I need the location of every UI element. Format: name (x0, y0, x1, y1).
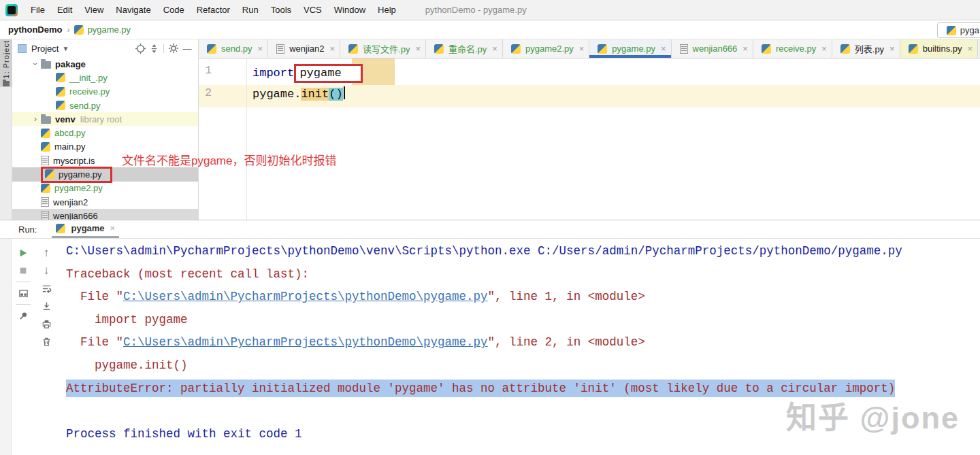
tree-item-pygame2.py[interactable]: pygame2.py (12, 182, 198, 195)
tree-item-label: __init_.py (69, 73, 108, 83)
chevron-right-icon: › (67, 25, 69, 35)
editor-tab-pygame2.py[interactable]: pygame2.py× (503, 39, 589, 58)
editor-tab-wenjian666[interactable]: wenjian666× (672, 39, 753, 58)
console-line: File "C:\Users\admin\PycharmProjects\pyt… (66, 331, 980, 354)
chevron-down-icon[interactable]: › (31, 58, 40, 69)
run-tab-pygame[interactable]: pygame × (52, 220, 119, 238)
window-title: pythonDemo - pygame.py (425, 5, 527, 15)
scroll-to-end-icon[interactable] (37, 297, 55, 315)
console-text: ", line 1, in <module> (488, 290, 645, 303)
close-icon[interactable]: × (821, 44, 827, 54)
print-icon[interactable] (37, 315, 55, 333)
close-icon[interactable]: × (329, 44, 335, 54)
project-panel-title[interactable]: Project (31, 44, 59, 54)
down-stack-trace-icon[interactable]: ↓ (37, 262, 55, 280)
collapse-all-icon[interactable] (147, 41, 161, 55)
file-icon (276, 44, 284, 54)
tree-item-venv[interactable]: ›venvlibrary root (12, 112, 198, 126)
menu-item-window[interactable]: Window (328, 2, 372, 18)
close-icon[interactable]: × (968, 44, 973, 54)
menu-item-navigate[interactable]: Navigate (110, 2, 157, 18)
tree-item-receive.py[interactable]: receive.py (12, 85, 198, 99)
editor-tab-receive.py[interactable]: receive.py× (753, 39, 832, 58)
tree-item-abcd.py[interactable]: abcd.py (12, 126, 198, 139)
matched-parens: () (329, 88, 342, 101)
python-file-icon (909, 44, 918, 54)
chevron-down-icon[interactable]: ▼ (62, 45, 69, 52)
tree-item-__init_.py[interactable]: __init_.py (12, 71, 198, 84)
watermark: 知乎 @jone (786, 393, 960, 437)
python-file-icon (74, 25, 84, 35)
tab-label: builtins.py (923, 44, 962, 54)
tree-item-wenjian2[interactable]: wenjian2 (12, 195, 198, 209)
menu-item-file[interactable]: File (24, 2, 51, 18)
tree-item-wenjian666[interactable]: wenjian666 (12, 209, 198, 220)
code-editor[interactable]: 1 2 import pygame pygame.init() (199, 58, 980, 220)
tree-item-label: abcd.py (54, 128, 86, 138)
close-icon[interactable]: × (258, 44, 263, 54)
locate-file-icon[interactable] (133, 41, 147, 55)
file-icon (41, 156, 49, 165)
chevron-right-icon[interactable]: › (30, 114, 41, 124)
clear-console-icon[interactable] (37, 333, 55, 350)
tab-label: 读写文件.py (363, 42, 410, 55)
run-panel-header: Run: pygame × (0, 220, 980, 239)
editor-tab-send.py[interactable]: send.py× (199, 39, 268, 58)
tree-item-pygame.py[interactable]: pygame.py (12, 167, 198, 181)
breadcrumb-file[interactable]: pygame.py (87, 24, 131, 35)
python-file-icon (598, 44, 607, 54)
menu-item-tools[interactable]: Tools (265, 2, 297, 18)
tool-window-button-project[interactable]: 1: Project (0, 39, 12, 87)
hide-panel-icon[interactable]: — (180, 41, 194, 55)
tool-window-button-label: 1: Project (2, 40, 10, 78)
menu-item-code[interactable]: Code (157, 2, 191, 18)
rerun-button[interactable] (14, 244, 32, 262)
pin-tab-icon[interactable] (14, 307, 32, 324)
close-icon[interactable]: × (110, 223, 116, 233)
folder-icon (41, 116, 51, 124)
menu-item-view[interactable]: View (78, 2, 110, 18)
tree-item-pakage[interactable]: ›pakage (12, 57, 198, 71)
close-icon[interactable]: × (579, 44, 585, 54)
tree-item-label: wenjian2 (53, 197, 88, 207)
close-icon[interactable]: × (889, 44, 895, 54)
editor-tab-读写文件.py[interactable]: 读写文件.py× (340, 39, 426, 58)
code-text: pygame. (252, 88, 301, 101)
tree-item-label: venv (55, 114, 76, 124)
tree-item-label: wenjian666 (53, 211, 98, 220)
editor-tab-重命名.py[interactable]: 重命名.py× (426, 39, 503, 58)
python-file-icon (434, 44, 444, 54)
editor-tab-pygame.py[interactable]: pygame.py× (589, 39, 671, 58)
gear-icon[interactable] (167, 41, 180, 55)
menu-item-refactor[interactable]: Refactor (191, 2, 236, 18)
editor-tab-wenjian2[interactable]: wenjian2× (268, 39, 340, 58)
corner-run-config[interactable]: pyga (937, 22, 980, 38)
console-line: File "C:\Users\admin\PycharmProjects\pyt… (66, 286, 980, 309)
tab-label: wenjian2 (289, 44, 324, 54)
close-icon[interactable]: × (742, 44, 748, 54)
restore-layout-icon[interactable] (14, 284, 32, 302)
menu-item-vcs[interactable]: VCS (297, 2, 328, 18)
console-file-link[interactable]: C:\Users\admin\PycharmProjects\pythonDem… (123, 335, 488, 349)
tree-item-send.py[interactable]: send.py (12, 99, 198, 112)
up-stack-trace-icon[interactable]: ↑ (37, 244, 55, 262)
editor-tab-builtins.py[interactable]: builtins.py× (900, 39, 978, 58)
menu-item-edit[interactable]: Edit (51, 2, 78, 18)
menu-item-help[interactable]: Help (372, 2, 402, 18)
close-icon[interactable]: × (415, 44, 421, 54)
tree-item-label: pygame2.py (54, 183, 103, 193)
close-icon[interactable]: × (492, 44, 497, 54)
module-name: pygame (299, 67, 341, 80)
editor-tab-列表.py[interactable]: 列表.py× (832, 39, 900, 58)
menu-item-run[interactable]: Run (236, 2, 265, 18)
stop-button[interactable] (14, 262, 32, 280)
pycharm-window: FileEditViewNavigateCodeRefactorRunTools… (0, 0, 980, 455)
tab-label: 列表.py (855, 42, 884, 55)
gutter-divider (246, 58, 247, 220)
console-file-link[interactable]: C:\Users\admin\PycharmProjects\pythonDem… (123, 290, 488, 303)
python-file-icon (56, 224, 65, 233)
run-panel-label: Run: (18, 224, 37, 235)
close-icon[interactable]: × (661, 44, 666, 54)
soft-wrap-icon[interactable] (37, 280, 55, 297)
breadcrumb-project[interactable]: pythonDemo (8, 24, 62, 35)
